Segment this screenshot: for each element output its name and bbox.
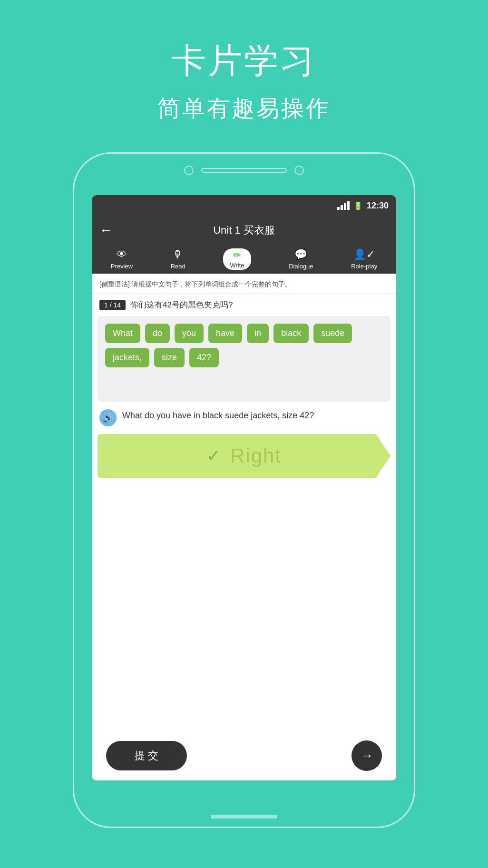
tab-write-label: Write xyxy=(230,262,244,269)
word-tile[interactable]: you xyxy=(175,324,204,343)
tab-bar: 👁 Preview 🎙 Read ✏ Write 💬 Dialogue 👤✓ R… xyxy=(92,245,396,274)
page-subtitle: 简单有趣易操作 xyxy=(157,93,331,124)
header-title: Unit 1 买衣服 xyxy=(213,223,275,237)
word-tile[interactable]: What xyxy=(105,324,140,343)
tab-preview-label: Preview xyxy=(111,263,133,270)
tab-preview[interactable]: 👁 Preview xyxy=(111,248,133,270)
tab-dialogue-label: Dialogue xyxy=(289,263,313,270)
tab-read[interactable]: 🎙 Read xyxy=(171,248,185,270)
question-row: 1 / 14 你们这有42号的黑色夹克吗? xyxy=(92,294,396,316)
word-tile[interactable]: suede xyxy=(313,324,352,343)
battery-icon: 🔋 xyxy=(353,201,363,210)
phone-camera xyxy=(184,166,194,175)
word-tile[interactable]: have xyxy=(208,324,242,343)
phone-bottom-bar xyxy=(211,815,277,819)
phone-mockup: 🔋 12:30 ← Unit 1 买衣服 👁 Preview 🎙 Read ✏ … xyxy=(73,152,415,828)
chat-icon: 💬 xyxy=(294,248,307,261)
signal-bar-1 xyxy=(337,207,340,210)
status-bar: 🔋 12:30 xyxy=(92,195,396,216)
answer-row: 🔊 What do you have in black suede jacket… xyxy=(92,402,396,434)
word-tile[interactable]: jackets, xyxy=(105,348,149,367)
word-tile[interactable]: in xyxy=(247,324,269,343)
next-button[interactable]: → xyxy=(351,740,382,771)
status-time: 12:30 xyxy=(367,201,389,211)
bottom-area xyxy=(92,478,396,731)
checkmark-icon: ✓ xyxy=(206,446,221,466)
audio-button[interactable]: 🔊 xyxy=(99,409,117,426)
word-tile[interactable]: do xyxy=(145,324,170,343)
phone-speaker xyxy=(201,168,287,173)
phone-camera-right xyxy=(294,166,304,175)
pencil-icon: ✏ xyxy=(233,249,241,261)
back-button[interactable]: ← xyxy=(99,223,113,238)
page-title: 卡片学习 xyxy=(172,38,316,84)
signal-bar-3 xyxy=(344,203,346,210)
signal-indicator xyxy=(337,201,350,210)
answer-text: What do you have in black suede jackets,… xyxy=(122,409,314,422)
word-tile[interactable]: black xyxy=(273,324,309,343)
word-tiles-area: Whatdoyouhaveinblacksuedejackets,size42? xyxy=(98,316,390,402)
instruction-text: [侧重语法] 请根据中文句子，将下列单词组合成一个完整的句子。 xyxy=(92,274,396,294)
tab-roleplay-label: Role-play xyxy=(351,263,377,270)
person-icon: 👤✓ xyxy=(353,248,375,261)
tab-write[interactable]: ✏ Write xyxy=(223,248,251,270)
phone-top-indicators xyxy=(184,166,304,175)
mic-icon: 🎙 xyxy=(173,248,183,261)
result-label: Right xyxy=(230,444,282,467)
bottom-buttons: 提 交 → xyxy=(92,731,396,780)
word-tile[interactable]: size xyxy=(154,348,185,367)
speaker-icon: 🔊 xyxy=(103,413,113,423)
eye-icon: 👁 xyxy=(117,248,127,261)
question-badge: 1 / 14 xyxy=(99,300,126,310)
signal-bar-2 xyxy=(341,205,343,210)
signal-bar-4 xyxy=(347,201,350,210)
tab-read-label: Read xyxy=(171,263,185,270)
header-bar: ← Unit 1 买衣服 xyxy=(92,216,396,245)
word-tiles-row: Whatdoyouhaveinblacksuedejackets,size42? xyxy=(105,324,383,367)
phone-screen: 🔋 12:30 ← Unit 1 买衣服 👁 Preview 🎙 Read ✏ … xyxy=(92,195,396,780)
content-area: [侧重语法] 请根据中文句子，将下列单词组合成一个完整的句子。 1 / 14 你… xyxy=(92,274,396,780)
submit-button[interactable]: 提 交 xyxy=(106,741,187,770)
right-banner: ✓ Right xyxy=(98,434,390,478)
question-text: 你们这有42号的黑色夹克吗? xyxy=(130,299,233,310)
tab-dialogue[interactable]: 💬 Dialogue xyxy=(289,248,313,270)
tab-roleplay[interactable]: 👤✓ Role-play xyxy=(351,248,377,270)
word-tile[interactable]: 42? xyxy=(189,348,219,367)
